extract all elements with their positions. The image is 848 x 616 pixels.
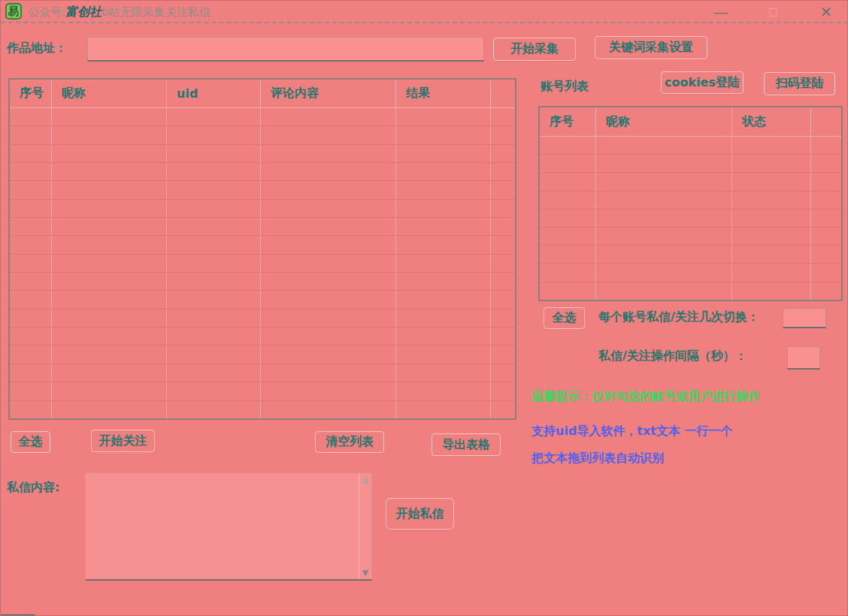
table-cell <box>52 291 167 308</box>
table-cell <box>732 137 811 154</box>
clear-list-button[interactable]: 清空列表 <box>315 431 384 453</box>
table-cell <box>167 291 261 308</box>
export-table-button[interactable]: 导出表格 <box>432 433 501 456</box>
table-cell <box>596 264 732 281</box>
window-title-suffix: b站无限采集关注私信 <box>101 5 210 19</box>
accounts-table-body[interactable] <box>540 137 841 300</box>
table-cell <box>396 255 491 272</box>
minimize-button[interactable]: — <box>704 1 737 23</box>
comments-select-all-button[interactable]: 全选 <box>11 431 50 453</box>
table-cell <box>491 310 515 327</box>
table-cell <box>10 236 52 253</box>
table-row[interactable] <box>10 310 515 328</box>
interval-input[interactable] <box>787 346 820 370</box>
table-cell <box>167 181 261 198</box>
table-cell <box>167 364 261 382</box>
qr-code-login-button[interactable]: 扫码登陆 <box>764 72 835 95</box>
column-header-nickname[interactable]: 昵称 <box>52 80 167 107</box>
column-header-status[interactable]: 状态 <box>732 107 811 136</box>
table-cell <box>540 137 596 154</box>
table-cell <box>167 236 261 253</box>
column-header-nickname[interactable]: 昵称 <box>596 107 732 136</box>
table-cell <box>396 218 491 235</box>
table-cell <box>10 126 52 143</box>
table-cell <box>491 382 515 400</box>
table-cell <box>10 163 52 180</box>
table-row[interactable] <box>10 255 515 273</box>
cookies-login-button[interactable]: cookies登陆 <box>661 71 744 94</box>
table-cell <box>52 181 167 198</box>
table-cell <box>732 155 811 172</box>
table-cell <box>261 163 396 180</box>
table-cell <box>52 145 167 162</box>
column-header-uid[interactable]: uid <box>167 80 261 107</box>
titlebar: 易 公众号:富创社b站无限采集关注私信 — □ ✕ <box>1 1 848 23</box>
column-header-index[interactable]: 序号 <box>10 80 52 107</box>
table-row[interactable] <box>540 137 841 155</box>
scroll-up-icon[interactable]: ▲ <box>362 476 368 484</box>
table-row[interactable] <box>540 210 841 228</box>
column-header-extra <box>491 80 515 107</box>
table-row[interactable] <box>10 200 515 218</box>
table-cell <box>596 246 732 263</box>
table-row[interactable] <box>10 401 515 419</box>
close-button[interactable]: ✕ <box>810 1 843 23</box>
start-collect-button[interactable]: 开始采集 <box>493 38 576 61</box>
table-row[interactable] <box>540 192 841 210</box>
table-row[interactable] <box>10 218 515 236</box>
hint-text-line1: 支持uid导入软件，txt文本 一行一个 <box>532 424 733 439</box>
dm-scrollbar[interactable]: ▲ ▼ <box>359 473 371 579</box>
table-cell <box>52 236 167 253</box>
table-row[interactable] <box>540 155 841 173</box>
table-row[interactable] <box>10 364 515 382</box>
keyword-collect-settings-button[interactable]: 关键词采集设置 <box>595 36 707 59</box>
maximize-button[interactable]: □ <box>757 1 790 23</box>
accounts-table: 序号 昵称 状态 <box>538 106 843 301</box>
table-cell <box>167 382 261 400</box>
table-cell <box>732 210 811 227</box>
work-url-input[interactable] <box>87 37 484 62</box>
table-row[interactable] <box>540 173 841 191</box>
table-cell <box>596 210 732 227</box>
comments-table-body[interactable] <box>10 108 515 418</box>
table-cell <box>491 108 515 125</box>
table-cell <box>261 273 396 290</box>
table-cell <box>396 291 491 308</box>
table-row[interactable] <box>10 382 515 400</box>
table-row[interactable] <box>540 264 841 282</box>
table-row[interactable] <box>10 126 515 144</box>
table-row[interactable] <box>10 181 515 199</box>
start-dm-button[interactable]: 开始私信 <box>386 498 454 530</box>
table-cell <box>167 218 261 235</box>
column-header-comment[interactable]: 评论内容 <box>261 80 396 107</box>
start-follow-button[interactable]: 开始关注 <box>91 430 155 452</box>
table-cell <box>596 282 732 300</box>
accounts-table-header: 序号 昵称 状态 <box>540 107 841 137</box>
table-cell <box>261 236 396 253</box>
table-row[interactable] <box>540 228 841 246</box>
table-row[interactable] <box>10 291 515 309</box>
table-cell <box>167 108 261 125</box>
table-row[interactable] <box>10 145 515 163</box>
table-cell <box>396 145 491 162</box>
table-row[interactable] <box>10 108 515 126</box>
table-row[interactable] <box>540 246 841 264</box>
scroll-down-icon[interactable]: ▼ <box>362 569 368 577</box>
table-row[interactable] <box>540 282 841 300</box>
switch-count-input[interactable] <box>783 308 826 328</box>
table-cell <box>167 328 261 345</box>
column-header-index[interactable]: 序号 <box>540 107 596 136</box>
table-row[interactable] <box>10 163 515 181</box>
table-cell <box>10 218 52 235</box>
column-header-result[interactable]: 结果 <box>396 80 491 107</box>
table-cell <box>491 273 515 290</box>
dm-content-input[interactable] <box>86 473 359 579</box>
table-row[interactable] <box>10 328 515 346</box>
table-row[interactable] <box>10 236 515 254</box>
window-title-prefix: 公众号: <box>28 5 65 19</box>
table-cell <box>491 145 515 162</box>
table-cell <box>52 163 167 180</box>
table-row[interactable] <box>10 273 515 291</box>
table-row[interactable] <box>10 346 515 364</box>
accounts-select-all-button[interactable]: 全选 <box>544 307 585 329</box>
